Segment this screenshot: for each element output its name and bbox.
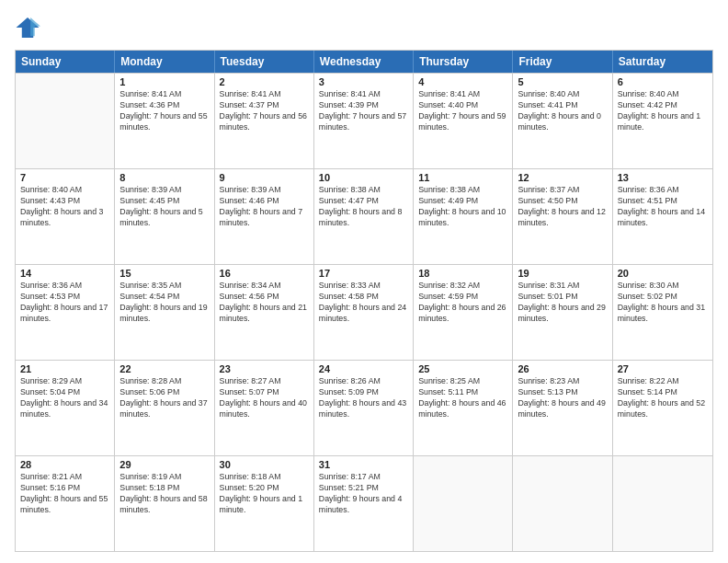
cell-day-number: 22: [119, 363, 209, 374]
cell-info: Sunrise: 8:18 AM Sunset: 5:20 PM Dayligh…: [220, 472, 309, 516]
cell-day-number: 7: [20, 172, 109, 183]
calendar-header-cell: Monday: [115, 51, 214, 73]
calendar-cell: 11Sunrise: 8:38 AM Sunset: 4:49 PM Dayli…: [414, 169, 513, 264]
cell-day-number: 25: [418, 363, 507, 374]
calendar-header-cell: Tuesday: [215, 51, 314, 73]
calendar-cell: 23Sunrise: 8:27 AM Sunset: 5:07 PM Dayli…: [215, 361, 314, 455]
cell-info: Sunrise: 8:40 AM Sunset: 4:41 PM Dayligh…: [518, 89, 607, 133]
cell-day-number: 23: [220, 363, 309, 374]
cell-day-number: 21: [20, 363, 109, 374]
calendar-cell: 14Sunrise: 8:36 AM Sunset: 4:53 PM Dayli…: [16, 265, 115, 360]
cell-day-number: 27: [618, 363, 708, 374]
calendar-cell: [16, 74, 115, 168]
cell-day-number: 20: [618, 268, 708, 279]
page: SundayMondayTuesdayWednesdayThursdayFrid…: [0, 0, 728, 563]
cell-info: Sunrise: 8:36 AM Sunset: 4:51 PM Dayligh…: [618, 185, 708, 229]
cell-day-number: 30: [220, 459, 309, 470]
cell-info: Sunrise: 8:33 AM Sunset: 4:58 PM Dayligh…: [319, 281, 408, 325]
calendar-header-cell: Sunday: [16, 51, 115, 73]
cell-info: Sunrise: 8:39 AM Sunset: 4:45 PM Dayligh…: [119, 185, 209, 229]
calendar-cell: 17Sunrise: 8:33 AM Sunset: 4:58 PM Dayli…: [314, 265, 414, 360]
cell-day-number: 8: [119, 172, 209, 183]
calendar-cell: [414, 456, 513, 551]
calendar-cell: 9Sunrise: 8:39 AM Sunset: 4:46 PM Daylig…: [215, 169, 314, 264]
calendar-cell: 28Sunrise: 8:21 AM Sunset: 5:16 PM Dayli…: [16, 456, 115, 551]
logo-icon: [15, 15, 40, 40]
calendar-week-row: 14Sunrise: 8:36 AM Sunset: 4:53 PM Dayli…: [16, 264, 712, 360]
cell-day-number: 24: [319, 363, 408, 374]
cell-info: Sunrise: 8:40 AM Sunset: 4:43 PM Dayligh…: [20, 185, 109, 229]
cell-info: Sunrise: 8:17 AM Sunset: 5:21 PM Dayligh…: [319, 472, 408, 516]
calendar-cell: [613, 456, 712, 551]
cell-day-number: 1: [119, 76, 209, 87]
cell-info: Sunrise: 8:32 AM Sunset: 4:59 PM Dayligh…: [418, 281, 507, 325]
cell-info: Sunrise: 8:40 AM Sunset: 4:42 PM Dayligh…: [618, 89, 708, 133]
calendar-header-cell: Friday: [513, 51, 612, 73]
cell-day-number: 6: [618, 76, 708, 87]
calendar-cell: 21Sunrise: 8:29 AM Sunset: 5:04 PM Dayli…: [16, 361, 115, 455]
calendar-cell: 29Sunrise: 8:19 AM Sunset: 5:18 PM Dayli…: [115, 456, 214, 551]
logo: [15, 15, 44, 40]
cell-info: Sunrise: 8:38 AM Sunset: 4:47 PM Dayligh…: [319, 185, 408, 229]
cell-day-number: 5: [518, 76, 607, 87]
calendar-header-cell: Saturday: [613, 51, 712, 73]
cell-day-number: 15: [119, 268, 209, 279]
cell-day-number: 17: [319, 268, 408, 279]
cell-info: Sunrise: 8:38 AM Sunset: 4:49 PM Dayligh…: [418, 185, 507, 229]
cell-info: Sunrise: 8:35 AM Sunset: 4:54 PM Dayligh…: [119, 281, 209, 325]
cell-info: Sunrise: 8:28 AM Sunset: 5:06 PM Dayligh…: [119, 376, 209, 420]
calendar-week-row: 7Sunrise: 8:40 AM Sunset: 4:43 PM Daylig…: [16, 168, 712, 264]
cell-info: Sunrise: 8:39 AM Sunset: 4:46 PM Dayligh…: [220, 185, 309, 229]
cell-day-number: 12: [518, 172, 607, 183]
calendar-cell: 15Sunrise: 8:35 AM Sunset: 4:54 PM Dayli…: [115, 265, 214, 360]
cell-info: Sunrise: 8:31 AM Sunset: 5:01 PM Dayligh…: [518, 281, 607, 325]
calendar-week-row: 1Sunrise: 8:41 AM Sunset: 4:36 PM Daylig…: [16, 73, 712, 168]
cell-info: Sunrise: 8:30 AM Sunset: 5:02 PM Dayligh…: [618, 281, 708, 325]
cell-info: Sunrise: 8:25 AM Sunset: 5:11 PM Dayligh…: [418, 376, 507, 420]
cell-day-number: 4: [418, 76, 507, 87]
calendar-cell: 31Sunrise: 8:17 AM Sunset: 5:21 PM Dayli…: [314, 456, 414, 551]
calendar-cell: 6Sunrise: 8:40 AM Sunset: 4:42 PM Daylig…: [613, 74, 712, 168]
calendar-cell: 26Sunrise: 8:23 AM Sunset: 5:13 PM Dayli…: [513, 361, 612, 455]
calendar-body: 1Sunrise: 8:41 AM Sunset: 4:36 PM Daylig…: [16, 73, 712, 551]
svg-marker-0: [17, 17, 40, 38]
calendar-cell: 12Sunrise: 8:37 AM Sunset: 4:50 PM Dayli…: [513, 169, 612, 264]
cell-day-number: 10: [319, 172, 408, 183]
cell-day-number: 16: [220, 268, 309, 279]
cell-day-number: 14: [20, 268, 109, 279]
cell-info: Sunrise: 8:26 AM Sunset: 5:09 PM Dayligh…: [319, 376, 408, 420]
cell-day-number: 19: [518, 268, 607, 279]
calendar-cell: 30Sunrise: 8:18 AM Sunset: 5:20 PM Dayli…: [215, 456, 314, 551]
calendar-cell: 7Sunrise: 8:40 AM Sunset: 4:43 PM Daylig…: [16, 169, 115, 264]
calendar-week-row: 28Sunrise: 8:21 AM Sunset: 5:16 PM Dayli…: [16, 455, 712, 551]
calendar-cell: 8Sunrise: 8:39 AM Sunset: 4:45 PM Daylig…: [115, 169, 214, 264]
header: [15, 15, 713, 40]
cell-info: Sunrise: 8:36 AM Sunset: 4:53 PM Dayligh…: [20, 281, 109, 325]
cell-info: Sunrise: 8:41 AM Sunset: 4:39 PM Dayligh…: [319, 89, 408, 133]
calendar-cell: 13Sunrise: 8:36 AM Sunset: 4:51 PM Dayli…: [613, 169, 712, 264]
calendar-header-row: SundayMondayTuesdayWednesdayThursdayFrid…: [16, 51, 712, 73]
calendar-cell: 4Sunrise: 8:41 AM Sunset: 4:40 PM Daylig…: [414, 74, 513, 168]
cell-day-number: 18: [418, 268, 507, 279]
calendar-cell: 18Sunrise: 8:32 AM Sunset: 4:59 PM Dayli…: [414, 265, 513, 360]
calendar-cell: 2Sunrise: 8:41 AM Sunset: 4:37 PM Daylig…: [215, 74, 314, 168]
calendar-cell: 24Sunrise: 8:26 AM Sunset: 5:09 PM Dayli…: [314, 361, 414, 455]
cell-info: Sunrise: 8:41 AM Sunset: 4:36 PM Dayligh…: [119, 89, 209, 133]
calendar: SundayMondayTuesdayWednesdayThursdayFrid…: [15, 50, 713, 552]
cell-info: Sunrise: 8:27 AM Sunset: 5:07 PM Dayligh…: [220, 376, 309, 420]
calendar-cell: 20Sunrise: 8:30 AM Sunset: 5:02 PM Dayli…: [613, 265, 712, 360]
calendar-cell: 10Sunrise: 8:38 AM Sunset: 4:47 PM Dayli…: [314, 169, 414, 264]
calendar-week-row: 21Sunrise: 8:29 AM Sunset: 5:04 PM Dayli…: [16, 360, 712, 455]
cell-info: Sunrise: 8:29 AM Sunset: 5:04 PM Dayligh…: [20, 376, 109, 420]
calendar-cell: 1Sunrise: 8:41 AM Sunset: 4:36 PM Daylig…: [115, 74, 214, 168]
cell-day-number: 28: [20, 459, 109, 470]
cell-info: Sunrise: 8:41 AM Sunset: 4:37 PM Dayligh…: [220, 89, 309, 133]
cell-info: Sunrise: 8:41 AM Sunset: 4:40 PM Dayligh…: [418, 89, 507, 133]
cell-day-number: 3: [319, 76, 408, 87]
calendar-header-cell: Thursday: [414, 51, 513, 73]
calendar-cell: 19Sunrise: 8:31 AM Sunset: 5:01 PM Dayli…: [513, 265, 612, 360]
calendar-cell: 16Sunrise: 8:34 AM Sunset: 4:56 PM Dayli…: [215, 265, 314, 360]
calendar-cell: [513, 456, 612, 551]
cell-day-number: 13: [618, 172, 708, 183]
calendar-cell: 3Sunrise: 8:41 AM Sunset: 4:39 PM Daylig…: [314, 74, 414, 168]
